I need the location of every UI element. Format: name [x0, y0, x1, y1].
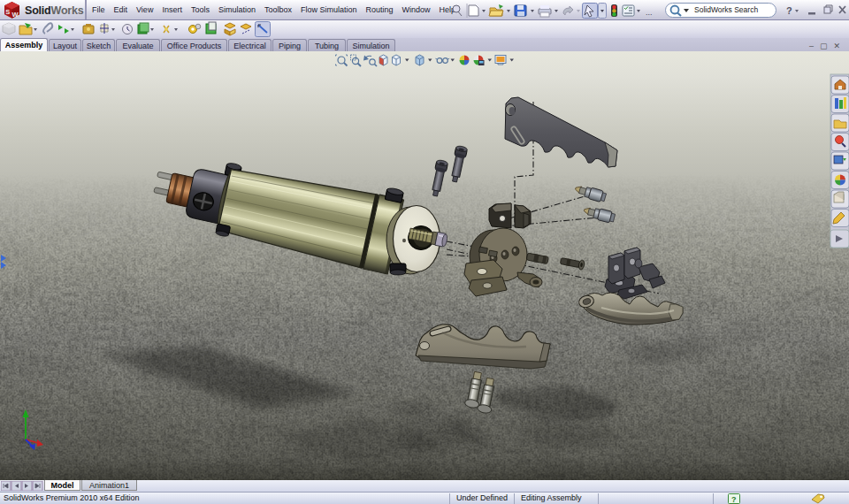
svg-text:?: ?	[786, 5, 792, 16]
svg-text:...: ...	[646, 8, 653, 17]
svg-text:?: ?	[731, 495, 737, 504]
svg-text:S: S	[5, 8, 10, 16]
svg-text:W: W	[12, 11, 19, 19]
